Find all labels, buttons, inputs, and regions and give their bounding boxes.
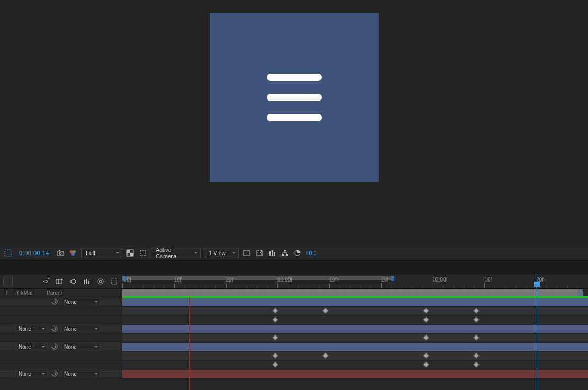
property-row[interactable] (0, 306, 122, 315)
timeline-tracks[interactable]: :00f10f20f01:00f10f20f02:00f10f20f03:00f (122, 274, 588, 390)
pickwhip-icon[interactable] (51, 370, 58, 377)
mask-toggle-icon[interactable] (138, 248, 148, 258)
ruler-tick: 10f (174, 283, 175, 288)
ruler-tick: :00f (122, 283, 123, 288)
property-track[interactable] (122, 334, 588, 342)
ruler-label: 20f (536, 277, 544, 283)
track-row[interactable] (122, 369, 588, 378)
layer-bar-red[interactable] (122, 370, 588, 378)
property-track[interactable] (122, 361, 588, 369)
ruler-label: 10f (174, 277, 182, 283)
resolution-dropdown[interactable]: Full (81, 248, 122, 258)
layer-bar-blue[interactable] (122, 343, 588, 351)
composition-preview (0, 0, 588, 246)
ruler-label: 02:00f (433, 277, 448, 283)
work-area-bar[interactable] (122, 276, 391, 280)
time-ruler[interactable]: :00f10f20f01:00f10f20f02:00f10f20f03:00f (122, 274, 588, 289)
svg-rect-28 (59, 279, 61, 284)
layer-row[interactable]: NoneNone (0, 369, 122, 378)
active-camera-dropdown[interactable]: Active Camera (151, 248, 201, 258)
track-row[interactable] (122, 351, 588, 360)
hamburger-bar-3 (267, 114, 322, 121)
timeline-toolbar (0, 274, 122, 289)
camera-label: Active Camera (156, 247, 192, 259)
property-row[interactable] (0, 333, 122, 342)
trkmat-dropdown[interactable]: None (16, 370, 48, 377)
svg-point-2 (59, 252, 61, 255)
svg-rect-34 (84, 280, 85, 284)
track-row[interactable] (122, 333, 588, 342)
pickwhip-icon[interactable] (51, 298, 58, 305)
comp-duration-bar[interactable] (122, 289, 577, 297)
exposure-value[interactable]: +0,0 (305, 250, 317, 256)
svg-point-6 (71, 252, 75, 256)
motion-blur-icon[interactable] (68, 277, 78, 286)
property-track[interactable] (122, 316, 588, 324)
graph-editor-icon[interactable] (82, 277, 92, 286)
layer-row[interactable]: NoneNone (0, 324, 122, 333)
parent-dropdown[interactable]: None (61, 325, 101, 332)
comp-canvas[interactable] (210, 13, 379, 182)
svg-point-29 (61, 278, 63, 280)
grid-guides-icon[interactable] (242, 248, 251, 258)
ruler-tick: 20f (226, 283, 227, 288)
draft-3d-icon[interactable] (110, 277, 119, 286)
ruler-tick: 02:00f (433, 283, 433, 288)
trkmat-dropdown[interactable]: None (16, 325, 48, 332)
pickwhip-icon[interactable] (51, 343, 58, 350)
property-track[interactable] (122, 307, 588, 315)
parent-dropdown[interactable]: None (61, 343, 101, 350)
layer-bar-blue[interactable] (122, 325, 588, 333)
views-dropdown[interactable]: 1 View (204, 248, 239, 258)
trkmat-dropdown[interactable]: None (16, 343, 48, 350)
fast-previews-icon[interactable] (267, 248, 277, 258)
snapshot-icon[interactable] (56, 248, 65, 258)
svg-rect-3 (59, 250, 60, 251)
svg-rect-10 (140, 250, 146, 256)
svg-point-30 (71, 279, 76, 284)
track-row[interactable] (122, 306, 588, 315)
svg-rect-11 (243, 251, 250, 255)
property-row[interactable] (0, 351, 122, 360)
frame-blend-icon[interactable] (55, 277, 64, 286)
svg-rect-0 (5, 250, 11, 256)
track-row[interactable] (122, 297, 588, 306)
region-of-interest-icon[interactable] (3, 248, 13, 258)
property-row[interactable] (0, 360, 122, 369)
property-row[interactable] (0, 315, 122, 324)
property-track[interactable] (122, 352, 588, 360)
brainstorm-icon[interactable] (96, 277, 105, 286)
ruler-tick: 01:00f (277, 283, 278, 288)
panel-divider[interactable] (0, 260, 588, 274)
shy-toggle-icon[interactable] (41, 277, 50, 286)
channel-icon[interactable] (68, 248, 78, 258)
layer-row[interactable]: None (0, 297, 122, 306)
svg-rect-9 (130, 253, 133, 256)
track-row[interactable] (122, 342, 588, 351)
transparency-grid-icon[interactable] (125, 248, 135, 258)
exposure-reset-icon[interactable] (293, 248, 302, 258)
ruler-label: 10f (484, 277, 492, 283)
parent-dropdown[interactable]: None (61, 298, 101, 305)
views-label: 1 View (209, 250, 226, 256)
search-box-icon[interactable] (3, 277, 13, 286)
svg-rect-8 (127, 250, 130, 253)
work-area-row[interactable] (122, 289, 588, 297)
ruler-label: 20f (381, 277, 388, 283)
layer-row[interactable]: NoneNone (0, 342, 122, 351)
pixel-aspect-icon[interactable] (255, 248, 264, 258)
ruler-tick: 10f (329, 283, 330, 288)
track-row[interactable] (122, 315, 588, 324)
column-headers: T .TrkMat Parent (0, 289, 122, 297)
current-timecode[interactable]: 0:00:00:14 (16, 250, 52, 256)
flowchart-icon[interactable] (280, 248, 290, 258)
track-row[interactable] (122, 360, 588, 369)
track-row[interactable] (122, 324, 588, 333)
ruler-tick: 10f (484, 283, 485, 288)
viewer-toolbar: 0:00:00:14 Full Active Camera 1 View +0,… (0, 246, 588, 260)
layer-bar-blue[interactable] (122, 298, 588, 306)
resolution-label: Full (86, 250, 95, 256)
pickwhip-icon[interactable] (51, 325, 58, 332)
parent-dropdown[interactable]: None (61, 370, 101, 377)
svg-rect-20 (286, 254, 288, 256)
